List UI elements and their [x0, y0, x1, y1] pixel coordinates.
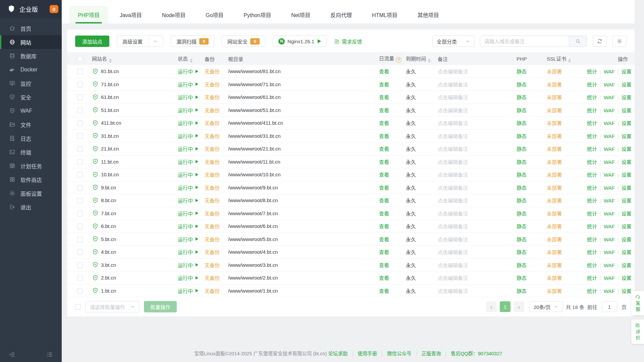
- view-traffic-link[interactable]: 查看: [379, 288, 389, 294]
- edit-note-link[interactable]: 点击编辑备注: [438, 211, 468, 217]
- site-name-link[interactable]: 51.bt.cn: [101, 107, 119, 113]
- view-traffic-link[interactable]: 查看: [379, 108, 389, 113]
- expire-value[interactable]: 永久: [406, 237, 416, 242]
- php-version-link[interactable]: 静态: [517, 288, 527, 294]
- root-path-link[interactable]: /www/wwwroot/4.bt.cn: [228, 249, 278, 255]
- row-checkbox[interactable]: [77, 224, 83, 229]
- view-traffic-link[interactable]: 查看: [379, 159, 389, 165]
- root-path-link[interactable]: /www/wwwroot/9.bt.cn: [228, 185, 278, 190]
- ssl-status-link[interactable]: 未部署: [547, 108, 562, 113]
- tab-1[interactable]: Java项目: [111, 6, 150, 23]
- edit-note-link[interactable]: 点击编辑备注: [438, 82, 468, 87]
- action-link-0[interactable]: 统计: [587, 69, 597, 74]
- row-checkbox[interactable]: [77, 159, 83, 165]
- current-page-button[interactable]: 1: [500, 301, 511, 312]
- view-traffic-link[interactable]: 查看: [379, 120, 389, 126]
- sidebar-item-11[interactable]: 软件商店: [0, 173, 62, 186]
- site-name-link[interactable]: 6.bt.cn: [101, 223, 116, 229]
- traffic-info-icon[interactable]: ?: [396, 57, 401, 63]
- nginx-service-button[interactable]: N Nginx1.26.1: [273, 36, 327, 47]
- footer-link-2[interactable]: 微信公众号: [387, 351, 412, 356]
- ssl-status-link[interactable]: 未部署: [547, 95, 562, 100]
- no-backup-link[interactable]: 无备份: [205, 224, 220, 229]
- action-link-2[interactable]: 设置: [622, 146, 632, 152]
- footer-link-1[interactable]: 使用手册: [358, 351, 377, 356]
- add-site-button[interactable]: 添加站点: [75, 36, 109, 47]
- row-checkbox[interactable]: [77, 95, 83, 100]
- play-icon[interactable]: [196, 199, 198, 202]
- tab-3[interactable]: Go项目: [197, 6, 232, 23]
- expire-value[interactable]: 永久: [406, 95, 416, 100]
- edit-note-link[interactable]: 点击编辑备注: [438, 159, 468, 165]
- action-link-0[interactable]: 统计: [587, 133, 597, 139]
- site-name-link[interactable]: 9.bt.cn: [101, 185, 116, 190]
- root-path-link[interactable]: /www/wwwroot/10.bt.cn: [228, 172, 281, 177]
- site-security-button[interactable]: 网站安全 0: [222, 36, 265, 47]
- root-path-link[interactable]: /www/wwwroot/1.bt.cn: [228, 288, 278, 294]
- view-traffic-link[interactable]: 查看: [379, 262, 389, 268]
- status-running-label[interactable]: 运行中: [178, 248, 193, 255]
- root-path-link[interactable]: /www/wwwroot/31.bt.cn: [228, 133, 281, 139]
- action-link-2[interactable]: 设置: [622, 69, 632, 74]
- root-path-link[interactable]: /www/wwwroot/21.bt.cn: [228, 146, 281, 152]
- goto-page-input[interactable]: [602, 301, 617, 312]
- vuln-scan-button[interactable]: 漏洞扫描 0: [171, 36, 214, 47]
- ssl-status-link[interactable]: 未部署: [547, 82, 562, 87]
- expire-value[interactable]: 永久: [406, 120, 416, 126]
- action-link-2[interactable]: 设置: [622, 133, 632, 139]
- action-link-0[interactable]: 统计: [587, 146, 597, 152]
- root-path-link[interactable]: /www/wwwroot/71.bt.cn: [228, 81, 281, 87]
- row-checkbox[interactable]: [77, 69, 83, 74]
- search-button[interactable]: [569, 36, 587, 47]
- action-link-2[interactable]: 设置: [622, 198, 632, 203]
- action-link-2[interactable]: 设置: [622, 95, 632, 100]
- action-link-2[interactable]: 设置: [622, 224, 632, 229]
- category-select[interactable]: 全部分类: [432, 36, 474, 47]
- edit-note-link[interactable]: 点击编辑备注: [438, 288, 468, 294]
- expire-value[interactable]: 永久: [406, 224, 416, 229]
- php-version-link[interactable]: 静态: [517, 185, 527, 191]
- status-running-label[interactable]: 运行中: [178, 119, 193, 126]
- play-icon[interactable]: [196, 70, 198, 73]
- view-traffic-link[interactable]: 查看: [379, 237, 389, 242]
- column-header-0[interactable]: 网站名: [89, 52, 174, 65]
- php-version-link[interactable]: 静态: [517, 224, 527, 229]
- view-traffic-link[interactable]: 查看: [379, 198, 389, 203]
- play-icon[interactable]: [196, 225, 198, 228]
- site-name-link[interactable]: 31.bt.cn: [101, 133, 119, 139]
- play-icon[interactable]: [196, 263, 198, 266]
- row-checkbox[interactable]: [77, 120, 83, 126]
- row-checkbox[interactable]: [77, 262, 83, 268]
- row-checkbox[interactable]: [77, 198, 83, 203]
- edit-note-link[interactable]: 点击编辑备注: [438, 249, 468, 255]
- php-version-link[interactable]: 静态: [517, 159, 527, 165]
- status-running-label[interactable]: 运行中: [178, 274, 193, 281]
- php-version-link[interactable]: 静态: [517, 95, 527, 100]
- site-name-link[interactable]: 21.bt.cn: [101, 146, 119, 152]
- php-version-link[interactable]: 静态: [517, 133, 527, 139]
- refresh-button[interactable]: [593, 36, 607, 47]
- action-link-0[interactable]: 统计: [587, 249, 597, 255]
- site-name-link[interactable]: 2.bt.cn: [101, 275, 116, 281]
- ssl-status-link[interactable]: 未部署: [547, 211, 562, 217]
- root-path-link[interactable]: /www/wwwroot/11.bt.cn: [228, 159, 280, 165]
- ssl-status-link[interactable]: 未部署: [547, 198, 562, 203]
- ssl-status-link[interactable]: 未部署: [547, 275, 562, 281]
- sidebar-item-9[interactable]: 终端: [0, 145, 62, 159]
- action-link-1[interactable]: WAF: [604, 172, 615, 178]
- row-checkbox[interactable]: [77, 237, 83, 242]
- root-path-link[interactable]: /www/wwwroot/5.bt.cn: [228, 236, 278, 242]
- action-link-1[interactable]: WAF: [604, 249, 615, 255]
- no-backup-link[interactable]: 无备份: [205, 146, 220, 152]
- action-link-2[interactable]: 设置: [622, 249, 632, 255]
- sidebar-item-4[interactable]: 监控: [0, 76, 62, 90]
- action-link-0[interactable]: 统计: [587, 275, 597, 281]
- site-name-link[interactable]: 1.bt.cn: [101, 288, 116, 294]
- sidebar-item-5[interactable]: 安全: [0, 90, 62, 104]
- footer-link-4[interactable]: 售后QQ群：907340327: [451, 351, 502, 356]
- row-checkbox[interactable]: [77, 275, 83, 281]
- site-name-link[interactable]: 10.bt.cn: [101, 172, 119, 177]
- edit-note-link[interactable]: 点击编辑备注: [438, 95, 468, 100]
- site-name-link[interactable]: 5.bt.cn: [101, 236, 116, 242]
- php-version-link[interactable]: 静态: [517, 146, 527, 152]
